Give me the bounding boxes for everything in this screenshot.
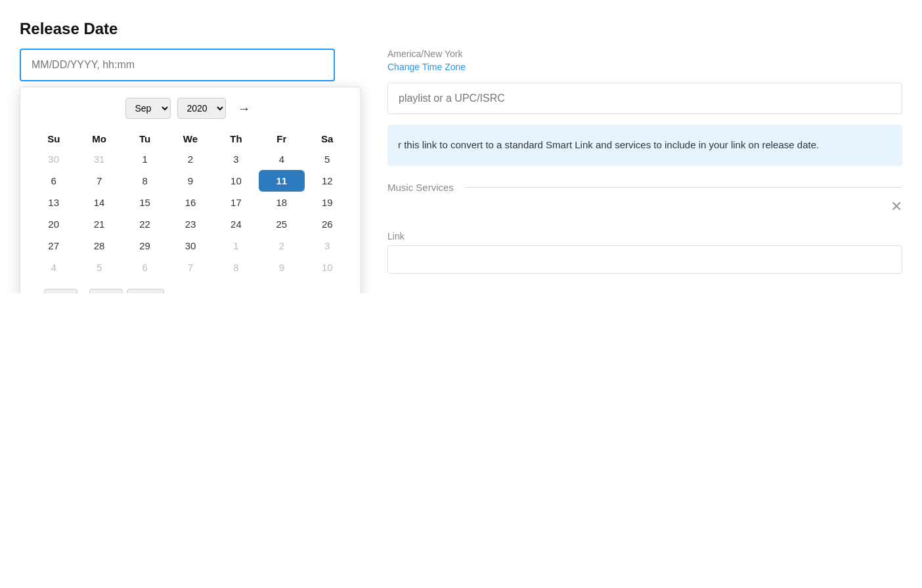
calendar-day[interactable]: 30 bbox=[167, 235, 213, 257]
music-services-label: Music Services bbox=[387, 182, 454, 193]
calendar-day[interactable]: 3 bbox=[305, 235, 350, 257]
calendar-day[interactable]: 6 bbox=[122, 257, 167, 278]
link-section: Link bbox=[387, 231, 902, 274]
calendar-day[interactable]: 9 bbox=[167, 170, 213, 192]
calendar-day[interactable]: 25 bbox=[259, 213, 304, 235]
calendar-day[interactable]: 28 bbox=[76, 235, 121, 257]
year-select[interactable]: 20182019202020212022 bbox=[177, 98, 226, 119]
month-select[interactable]: JanFebMarAprMayJunJulAugSepOctNovDec bbox=[125, 98, 171, 119]
search-input-row bbox=[387, 83, 902, 114]
day-header: Mo bbox=[76, 129, 121, 148]
day-header: Fr bbox=[259, 129, 304, 148]
calendar-day[interactable]: 1 bbox=[213, 235, 259, 257]
calendar-day[interactable]: 16 bbox=[167, 192, 213, 213]
calendar-day[interactable]: 12 bbox=[305, 170, 350, 192]
calendar-day[interactable]: 15 bbox=[122, 192, 167, 213]
calendar-grid: SuMoTuWeThFrSa 3031123456789101112131415… bbox=[31, 129, 350, 278]
calendar-day[interactable]: 5 bbox=[76, 257, 121, 278]
calendar-day[interactable]: 24 bbox=[213, 213, 259, 235]
calendar-day[interactable]: 8 bbox=[213, 257, 259, 278]
day-header: Th bbox=[213, 129, 259, 148]
calendar-day[interactable]: 18 bbox=[259, 192, 304, 213]
calendar-day[interactable]: 6 bbox=[31, 170, 76, 192]
calendar-day[interactable]: 19 bbox=[305, 192, 350, 213]
calendar-dropdown: JanFebMarAprMayJunJulAugSepOctNovDec 201… bbox=[20, 87, 361, 293]
time-row: 121234567891011 : 0005101520253035404550… bbox=[31, 289, 350, 293]
calendar-day[interactable]: 11 bbox=[259, 170, 304, 192]
timezone-link[interactable]: Change Time Zone bbox=[387, 62, 466, 72]
day-header: We bbox=[167, 129, 213, 148]
date-input[interactable] bbox=[20, 49, 335, 81]
calendar-day[interactable]: 30 bbox=[31, 148, 76, 170]
calendar-nav: JanFebMarAprMayJunJulAugSepOctNovDec 201… bbox=[31, 98, 350, 119]
link-input[interactable] bbox=[387, 245, 902, 274]
calendar-day[interactable]: 23 bbox=[167, 213, 213, 235]
close-icon-row: ✕ bbox=[387, 198, 902, 215]
calendar-day[interactable]: 17 bbox=[213, 192, 259, 213]
calendar-day[interactable]: 10 bbox=[305, 257, 350, 278]
calendar-day[interactable]: 2 bbox=[167, 148, 213, 170]
calendar-day[interactable]: 29 bbox=[122, 235, 167, 257]
page-title: Release Date bbox=[20, 20, 902, 38]
timezone-label: America/New York bbox=[387, 49, 902, 59]
period-select[interactable]: AMPM bbox=[127, 289, 164, 293]
close-button[interactable]: ✕ bbox=[890, 198, 902, 215]
calendar-day[interactable]: 10 bbox=[213, 170, 259, 192]
calendar-day[interactable]: 27 bbox=[31, 235, 76, 257]
calendar-day[interactable]: 20 bbox=[31, 213, 76, 235]
day-header: Su bbox=[31, 129, 76, 148]
search-input[interactable] bbox=[387, 83, 902, 114]
timezone-section: America/New York Change Time Zone bbox=[387, 49, 902, 72]
calendar-day[interactable]: 4 bbox=[259, 148, 304, 170]
calendar-day[interactable]: 4 bbox=[31, 257, 76, 278]
music-services-line bbox=[464, 187, 902, 188]
minute-select[interactable]: 000510152025303540455055 bbox=[89, 289, 123, 293]
calendar-day[interactable]: 14 bbox=[76, 192, 121, 213]
hour-select[interactable]: 121234567891011 bbox=[44, 289, 77, 293]
calendar-day[interactable]: 26 bbox=[305, 213, 350, 235]
day-header: Sa bbox=[305, 129, 350, 148]
left-section: JanFebMarAprMayJunJulAugSepOctNovDec 201… bbox=[20, 49, 361, 274]
info-banner: r this link to convert to a standard Sma… bbox=[387, 125, 902, 166]
calendar-day[interactable]: 5 bbox=[305, 148, 350, 170]
right-section: America/New York Change Time Zone r this… bbox=[387, 49, 902, 274]
calendar-day[interactable]: 1 bbox=[122, 148, 167, 170]
date-input-wrapper: JanFebMarAprMayJunJulAugSepOctNovDec 201… bbox=[20, 49, 335, 81]
music-services-row: Music Services bbox=[387, 182, 902, 193]
calendar-day[interactable]: 8 bbox=[122, 170, 167, 192]
calendar-day[interactable]: 7 bbox=[167, 257, 213, 278]
day-header: Tu bbox=[122, 129, 167, 148]
next-month-button[interactable]: → bbox=[232, 98, 256, 119]
calendar-day[interactable]: 2 bbox=[259, 235, 304, 257]
calendar-day[interactable]: 3 bbox=[213, 148, 259, 170]
calendar-day[interactable]: 22 bbox=[122, 213, 167, 235]
calendar-day[interactable]: 13 bbox=[31, 192, 76, 213]
calendar-day[interactable]: 21 bbox=[76, 213, 121, 235]
calendar-day[interactable]: 31 bbox=[76, 148, 121, 170]
calendar-day[interactable]: 9 bbox=[259, 257, 304, 278]
calendar-day[interactable]: 7 bbox=[76, 170, 121, 192]
link-label: Link bbox=[387, 231, 902, 242]
